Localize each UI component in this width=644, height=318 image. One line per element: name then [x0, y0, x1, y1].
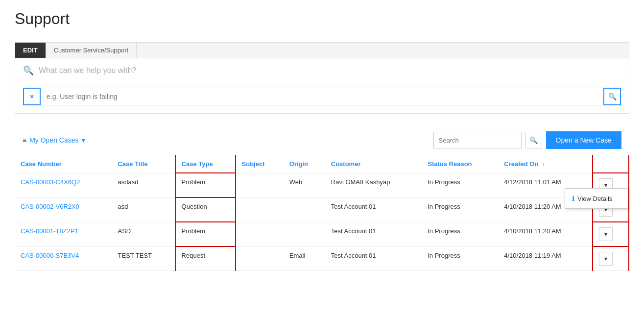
cases-table: Case Number Case Title Case Type Subject… — [15, 155, 629, 271]
table-container: Case Number Case Title Case Type Subject… — [15, 155, 629, 281]
action-dropdown-button[interactable]: ▾ — [599, 252, 613, 266]
action-dropdown-popup: ℹ View Details — [565, 188, 628, 209]
support-card: EDIT Customer Service/Support 🔍 What can… — [15, 42, 629, 114]
col-header-origin: Origin — [284, 155, 325, 173]
view-details-label: View Details — [577, 195, 612, 202]
cases-section: ≡ My Open Cases ▾ 🔍 Open a New Case Case… — [15, 125, 629, 281]
my-open-cases-label: My Open Cases — [29, 136, 78, 144]
search-hero-text: What can we help you with? — [39, 66, 136, 75]
cases-toolbar: ≡ My Open Cases ▾ 🔍 Open a New Case — [15, 125, 629, 155]
case-number-link[interactable]: CAS-00002-V6R2X0 — [21, 203, 79, 210]
sort-icon: ↑ — [542, 161, 545, 167]
search-go-button[interactable]: 🔍 — [603, 88, 621, 105]
col-header-subject: Subject — [236, 155, 284, 173]
table-row: CAS-00002-V6R2X0asdQuestionTest Account … — [15, 197, 629, 222]
view-details-item[interactable]: ℹ View Details — [565, 191, 628, 206]
case-number-link[interactable]: CAS-00003-C4X6Q2 — [21, 178, 80, 186]
search-hero-icon: 🔍 — [23, 65, 34, 76]
page-wrapper: Support EDIT Customer Service/Support 🔍 … — [0, 0, 644, 291]
action-cell: ▾ℹ View Details — [593, 173, 629, 197]
search-hero: 🔍 What can we help you with? — [15, 58, 629, 83]
tab-customer-service[interactable]: Customer Service/Support — [46, 43, 137, 58]
case-number-link[interactable]: CAS-00000-S7B3V4 — [21, 252, 79, 259]
col-header-case-type: Case Type — [175, 155, 236, 173]
action-cell: ▾ℹ View Details — [593, 246, 629, 271]
action-cell: ▾ℹ View Details — [593, 222, 629, 246]
table-header-row: Case Number Case Title Case Type Subject… — [15, 155, 629, 173]
search-input[interactable] — [41, 88, 603, 105]
action-dropdown-button[interactable]: ▾ — [599, 227, 613, 241]
open-new-case-button[interactable]: Open a New Case — [546, 131, 621, 149]
tab-bar: EDIT Customer Service/Support — [15, 43, 629, 58]
col-header-customer: Customer — [325, 155, 422, 173]
cases-search-button[interactable]: 🔍 — [525, 132, 542, 148]
tab-edit[interactable]: EDIT — [15, 43, 46, 58]
col-header-actions — [593, 155, 629, 173]
my-open-cases-button[interactable]: ≡ My Open Cases ▾ — [23, 136, 85, 144]
info-icon: ℹ — [572, 195, 574, 202]
table-row: CAS-00001-T8Z2P1ASDProblemTest Account 0… — [15, 222, 629, 246]
search-filter-icon: 🔍 — [529, 136, 538, 144]
search-bar-row: × 🔍 — [15, 83, 629, 113]
search-go-icon: 🔍 — [608, 93, 617, 100]
list-icon: ≡ — [23, 136, 26, 144]
table-row: CAS-00000-S7B3V4TEST TESTRequestEmailTes… — [15, 246, 629, 271]
search-clear-button[interactable]: × — [23, 88, 41, 105]
table-row: CAS-00003-C4X6Q2asdasdProblemWebRavi GMA… — [15, 173, 629, 197]
col-header-case-title: Case Title — [112, 155, 175, 173]
case-number-link[interactable]: CAS-00001-T8Z2P1 — [21, 227, 78, 235]
col-header-created-on[interactable]: Created On ↑ — [498, 155, 593, 173]
page-title: Support — [15, 10, 629, 34]
cases-search-input[interactable] — [433, 132, 522, 148]
cases-toolbar-right: 🔍 Open a New Case — [433, 131, 621, 149]
col-header-status-reason: Status Reason — [422, 155, 498, 173]
col-header-case-number: Case Number — [15, 155, 112, 173]
chevron-down-icon: ▾ — [82, 136, 85, 144]
